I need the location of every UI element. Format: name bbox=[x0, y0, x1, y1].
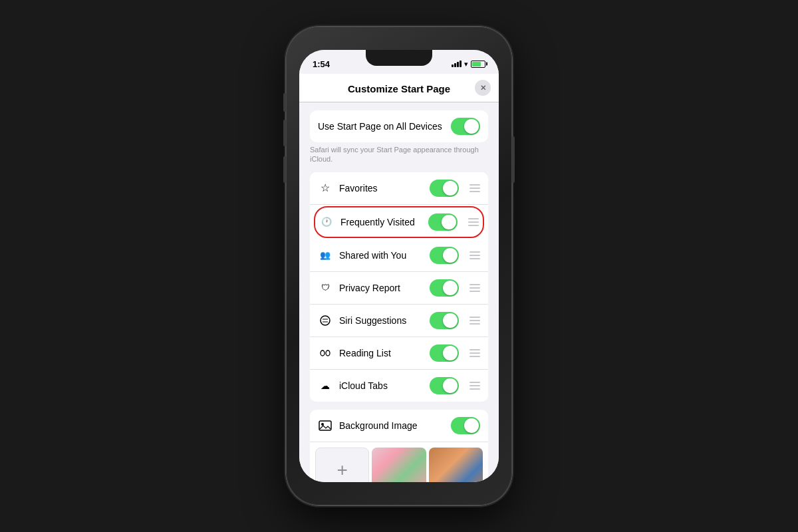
shared-with-you-toggle[interactable] bbox=[430, 247, 459, 264]
reading-list-label: Reading List bbox=[339, 348, 423, 358]
favorites-toggle[interactable] bbox=[430, 180, 459, 197]
wifi-icon: ▾ bbox=[464, 60, 468, 68]
status-icons: ▾ bbox=[452, 60, 485, 68]
frequently-visited-drag-handle[interactable] bbox=[468, 218, 479, 226]
items-section: ☆ Favorites 🕐 Frequently Visited bbox=[310, 172, 488, 402]
sync-section: Use Start Page on All Devices bbox=[310, 110, 488, 142]
signal-icon bbox=[452, 61, 462, 67]
favorites-row: ☆ Favorites bbox=[310, 172, 488, 205]
volume-down-button[interactable] bbox=[283, 156, 286, 183]
notch bbox=[366, 50, 432, 66]
phone-screen: 1:54 ▾ Customize Start Page ✕ bbox=[299, 50, 499, 482]
phone-frame: 1:54 ▾ Customize Start Page ✕ bbox=[286, 27, 512, 505]
image-butterfly[interactable] bbox=[372, 448, 426, 482]
privacy-report-toggle[interactable] bbox=[430, 279, 459, 297]
siri-suggestions-label: Siri Suggestions bbox=[339, 315, 423, 326]
icloud-tabs-drag-handle[interactable] bbox=[469, 382, 480, 390]
close-button[interactable]: ✕ bbox=[475, 80, 491, 96]
background-image-toggle[interactable] bbox=[451, 417, 480, 434]
svg-point-4 bbox=[326, 350, 330, 356]
siri-suggestions-toggle[interactable] bbox=[430, 312, 459, 329]
background-image-section: Background Image + bbox=[310, 410, 488, 482]
shared-with-you-row: 👥 Shared with You bbox=[310, 239, 488, 272]
siri-suggestions-row: Siri Suggestions bbox=[310, 305, 488, 337]
svg-point-0 bbox=[321, 316, 330, 325]
svg-point-3 bbox=[321, 350, 325, 356]
siri-suggestions-icon bbox=[318, 313, 332, 328]
shared-with-you-drag-handle[interactable] bbox=[469, 251, 480, 259]
volume-up-button[interactable] bbox=[283, 120, 286, 146]
sheet-content: Customize Start Page ✕ Use Start Page on… bbox=[299, 74, 499, 482]
sheet-header: Customize Start Page ✕ bbox=[299, 74, 499, 102]
image-grid: + bbox=[310, 442, 488, 482]
privacy-report-drag-handle[interactable] bbox=[469, 284, 480, 292]
frequently-visited-icon: 🕐 bbox=[319, 215, 334, 229]
reading-list-drag-handle[interactable] bbox=[469, 349, 480, 357]
background-image-label: Background Image bbox=[339, 420, 444, 431]
privacy-report-label: Privacy Report bbox=[339, 283, 423, 293]
sync-toggle-row: Use Start Page on All Devices bbox=[310, 110, 488, 142]
privacy-report-icon: 🛡 bbox=[318, 281, 332, 295]
background-image-icon bbox=[318, 418, 332, 433]
frequently-visited-toggle[interactable] bbox=[428, 213, 458, 231]
silent-switch[interactable] bbox=[283, 93, 286, 112]
favorites-label: Favorites bbox=[339, 183, 423, 194]
siri-suggestions-drag-handle[interactable] bbox=[469, 317, 480, 325]
status-time: 1:54 bbox=[313, 59, 330, 69]
image-dog[interactable] bbox=[429, 448, 483, 482]
add-image-button[interactable]: + bbox=[315, 448, 369, 482]
icloud-tabs-row: ☁ iCloud Tabs bbox=[310, 370, 488, 402]
svg-point-6 bbox=[321, 423, 324, 426]
frequently-visited-label: Frequently Visited bbox=[340, 217, 422, 227]
sync-toggle[interactable] bbox=[451, 118, 480, 135]
icloud-tabs-icon: ☁ bbox=[318, 378, 332, 393]
reading-list-toggle[interactable] bbox=[430, 344, 459, 362]
battery-icon bbox=[471, 61, 485, 68]
privacy-report-row: 🛡 Privacy Report bbox=[310, 272, 488, 305]
favorites-icon: ☆ bbox=[318, 181, 332, 196]
reading-list-row: Reading List bbox=[310, 337, 488, 370]
sync-info-text: Safari will sync your Start Page appeara… bbox=[299, 142, 499, 164]
icloud-tabs-toggle[interactable] bbox=[430, 377, 459, 394]
reading-list-icon bbox=[318, 346, 332, 360]
shared-with-you-label: Shared with You bbox=[339, 250, 423, 261]
svg-rect-5 bbox=[319, 421, 331, 430]
power-button[interactable] bbox=[512, 136, 515, 183]
sheet-title: Customize Start Page bbox=[348, 83, 450, 94]
shared-with-you-icon: 👥 bbox=[318, 248, 332, 263]
favorites-drag-handle[interactable] bbox=[469, 184, 480, 192]
sync-label: Use Start Page on All Devices bbox=[318, 121, 444, 132]
icloud-tabs-label: iCloud Tabs bbox=[339, 380, 423, 391]
frequently-visited-row: 🕐 Frequently Visited bbox=[314, 206, 484, 238]
background-image-header: Background Image bbox=[310, 410, 488, 442]
